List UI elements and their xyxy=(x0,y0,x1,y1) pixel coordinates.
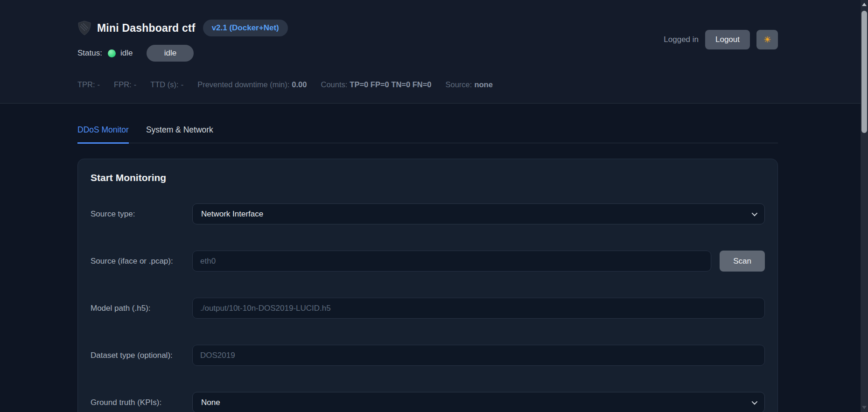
scroll-down-icon[interactable] xyxy=(862,406,867,409)
metrics-row: TPR:- FPR:- TTD (s):- Prevented downtime… xyxy=(77,80,493,89)
scan-button[interactable]: Scan xyxy=(720,251,765,272)
form-row-source-type: Source type: Network Interface xyxy=(91,203,765,224)
status-row: Status: idle idle xyxy=(77,45,194,62)
logout-button[interactable]: Logout xyxy=(705,30,750,49)
start-monitoring-panel: Start Monitoring Source type: Network In… xyxy=(77,159,778,412)
model-path-input[interactable] xyxy=(192,298,765,319)
source-label: Source (iface or .pcap): xyxy=(91,257,192,266)
metric-counts: Counts:TP=0 FP=0 TN=0 FN=0 xyxy=(321,80,431,89)
metric-source: Source:none xyxy=(446,80,493,89)
source-type-select-value: Network Interface xyxy=(201,209,263,219)
account-area: Logged in Logout ☀ xyxy=(664,30,778,49)
source-type-label: Source type: xyxy=(91,209,192,219)
metric-ttd: TTD (s):- xyxy=(150,80,183,89)
model-path-label: Model path (.h5): xyxy=(91,304,192,313)
form-row-source: Source (iface or .pcap): Scan xyxy=(91,251,765,272)
tab-ddos-monitor[interactable]: DDoS Monitor xyxy=(77,125,129,144)
dataset-type-input[interactable] xyxy=(192,345,765,366)
status-dot-icon xyxy=(108,49,116,57)
header: Mini Dashboard ctf v2.1 (Docker+Net) Log… xyxy=(0,0,868,104)
metric-prevented-downtime: Prevented downtime (min):0.00 xyxy=(197,80,307,89)
metric-tpr: TPR:- xyxy=(77,80,100,89)
tab-bar: DDoS Monitor System & Network xyxy=(77,125,778,143)
scrollbar-thumb[interactable] xyxy=(861,11,867,133)
vertical-scrollbar[interactable] xyxy=(861,0,868,412)
status-value: idle xyxy=(120,49,133,58)
theme-toggle-button[interactable]: ☀ xyxy=(756,30,778,49)
panel-title: Start Monitoring xyxy=(91,172,765,183)
tab-system-network[interactable]: System & Network xyxy=(146,125,213,143)
version-badge: v2.1 (Docker+Net) xyxy=(203,20,288,36)
form-row-model-path: Model path (.h5): xyxy=(91,298,765,319)
logged-in-label: Logged in xyxy=(664,35,699,44)
ground-truth-label: Ground truth (KPIs): xyxy=(91,398,192,407)
form-row-ground-truth: Ground truth (KPIs): None xyxy=(91,392,765,412)
sun-icon: ☀ xyxy=(763,35,771,44)
ground-truth-select-value: None xyxy=(201,398,220,407)
source-input[interactable] xyxy=(192,251,711,272)
form-row-dataset-type: Dataset type (optional): xyxy=(91,345,765,366)
ground-truth-select[interactable]: None xyxy=(192,392,765,412)
metric-fpr: FPR:- xyxy=(114,80,136,89)
dataset-type-label: Dataset type (optional): xyxy=(91,351,192,360)
status-badge: idle xyxy=(147,45,194,62)
chevron-down-icon xyxy=(752,210,758,216)
status-label: Status: xyxy=(77,49,102,58)
page-title: Mini Dashboard ctf xyxy=(97,22,196,35)
scroll-up-icon[interactable] xyxy=(862,3,867,6)
chevron-down-icon xyxy=(752,399,758,405)
source-type-select[interactable]: Network Interface xyxy=(192,203,765,224)
brand-row: Mini Dashboard ctf v2.1 (Docker+Net) xyxy=(77,20,288,36)
shield-logo-icon xyxy=(77,21,91,35)
